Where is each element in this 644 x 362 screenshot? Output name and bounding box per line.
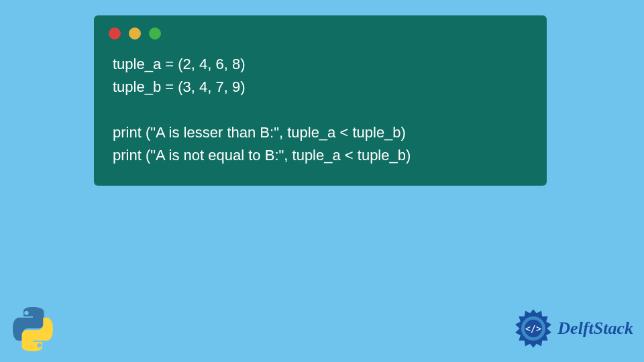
code-card: tuple_a = (2, 4, 6, 8) tuple_b = (3, 4, … xyxy=(94,15,547,186)
minimize-icon xyxy=(129,27,141,40)
window-controls xyxy=(94,15,547,44)
code-line: tuple_a = (2, 4, 6, 8) xyxy=(113,56,246,72)
python-logo-icon xyxy=(9,306,56,353)
close-icon xyxy=(109,27,121,40)
maximize-icon xyxy=(149,27,161,40)
svg-text:</>: </> xyxy=(525,324,541,334)
code-line: print ("A is not equal to B:", tuple_a <… xyxy=(113,147,411,164)
code-body: tuple_a = (2, 4, 6, 8) tuple_b = (3, 4, … xyxy=(94,44,547,172)
brand-name: DelftStack xyxy=(557,318,633,339)
delft-gear-icon: </> xyxy=(513,308,553,349)
code-line: print ("A is lesser than B:", tuple_a < … xyxy=(113,124,406,141)
brand-logo: </> DelftStack xyxy=(513,308,633,349)
code-line: tuple_b = (3, 4, 7, 9) xyxy=(113,78,246,95)
